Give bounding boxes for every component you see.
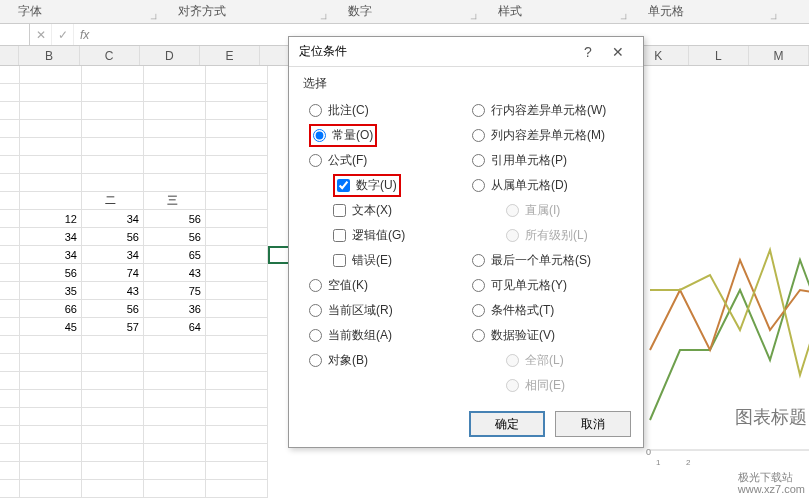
series-line-2 [650, 260, 809, 350]
col-corner[interactable] [0, 46, 19, 65]
col-header[interactable]: B [19, 46, 79, 65]
ribbon-tab-align[interactable]: 对齐方式 [160, 0, 330, 23]
option-all: 全部(L) [466, 348, 629, 373]
series-line-3 [650, 250, 809, 375]
confirm-icon[interactable]: ✓ [52, 24, 74, 45]
line-chart[interactable]: 0 1 2 [640, 230, 809, 490]
fx-icon[interactable]: fx [74, 28, 95, 42]
series-line-1 [650, 260, 809, 420]
option-constants[interactable]: 常量(O) [303, 123, 466, 148]
option-row-diff[interactable]: 行内容差异单元格(W) [466, 98, 629, 123]
ribbon-tab-cell[interactable]: 单元格 [630, 0, 780, 23]
col-header[interactable]: M [749, 46, 809, 65]
option-same: 相同(E) [466, 373, 629, 398]
ribbon-tab-number[interactable]: 数字 [330, 0, 480, 23]
ribbon-tab-font[interactable]: 字体 [0, 0, 160, 23]
ribbon-tab-font-label: 字体 [18, 3, 42, 20]
option-numbers[interactable]: 数字(U) [303, 173, 466, 198]
dialog-titlebar: 定位条件 ? ✕ [289, 37, 643, 67]
option-cond-fmt[interactable]: 条件格式(T) [466, 298, 629, 323]
dialog-title: 定位条件 [299, 43, 573, 60]
ok-button[interactable]: 确定 [469, 411, 545, 437]
option-logicals[interactable]: 逻辑值(G) [303, 223, 466, 248]
option-data-valid[interactable]: 数据验证(V) [466, 323, 629, 348]
option-visible[interactable]: 可见单元格(Y) [466, 273, 629, 298]
option-current-array[interactable]: 当前数组(A) [303, 323, 466, 348]
section-label: 选择 [303, 75, 629, 92]
help-button[interactable]: ? [573, 44, 603, 60]
cancel-icon[interactable]: ✕ [30, 24, 52, 45]
cancel-button[interactable]: 取消 [555, 411, 631, 437]
col-header[interactable]: E [200, 46, 260, 65]
ribbon: 字体 对齐方式 数字 样式 单元格 [0, 0, 809, 24]
watermark-name: 极光下载站 [738, 471, 805, 483]
option-text[interactable]: 文本(X) [303, 198, 466, 223]
watermark-logo-icon [702, 468, 732, 498]
option-dependents[interactable]: 从属单元格(D) [466, 173, 629, 198]
option-direct: 直属(I) [466, 198, 629, 223]
goto-special-dialog: 定位条件 ? ✕ 选择 批注(C) 常量(O) 公式(F) 数字(U) 文本(X… [288, 36, 644, 448]
option-objects[interactable]: 对象(B) [303, 348, 466, 373]
col-header[interactable]: D [140, 46, 200, 65]
ribbon-tab-number-label: 数字 [348, 3, 372, 20]
y-tick: 0 [646, 447, 651, 457]
chart-title: 图表标题 [735, 405, 807, 429]
dialog-footer: 确定 取消 [469, 411, 631, 437]
col-header[interactable]: L [689, 46, 749, 65]
ribbon-tab-align-label: 对齐方式 [178, 3, 226, 20]
dialog-right-column: 行内容差异单元格(W) 列内容差异单元格(M) 引用单元格(P) 从属单元格(D… [466, 98, 629, 398]
option-formulas[interactable]: 公式(F) [303, 148, 466, 173]
close-icon[interactable]: ✕ [603, 44, 633, 60]
ribbon-tab-cell-label: 单元格 [648, 3, 684, 20]
col-label: 二 [82, 192, 144, 210]
watermark: 极光下载站 www.xz7.com [702, 468, 805, 498]
option-all-levels: 所有级别(L) [466, 223, 629, 248]
option-blanks[interactable]: 空值(K) [303, 273, 466, 298]
option-precedents[interactable]: 引用单元格(P) [466, 148, 629, 173]
name-box[interactable] [0, 24, 30, 45]
option-col-diff[interactable]: 列内容差异单元格(M) [466, 123, 629, 148]
option-errors[interactable]: 错误(E) [303, 248, 466, 273]
option-current-region[interactable]: 当前区域(R) [303, 298, 466, 323]
watermark-url: www.xz7.com [738, 483, 805, 495]
option-last-cell[interactable]: 最后一个单元格(S) [466, 248, 629, 273]
col-label: 三 [144, 192, 206, 210]
ribbon-tab-style[interactable]: 样式 [480, 0, 630, 23]
col-header[interactable]: C [80, 46, 140, 65]
svg-text:2: 2 [686, 458, 691, 467]
ribbon-tab-style-label: 样式 [498, 3, 522, 20]
svg-text:1: 1 [656, 458, 661, 467]
option-comments[interactable]: 批注(C) [303, 98, 466, 123]
dialog-left-column: 批注(C) 常量(O) 公式(F) 数字(U) 文本(X) 逻辑值(G) 错误(… [303, 98, 466, 398]
